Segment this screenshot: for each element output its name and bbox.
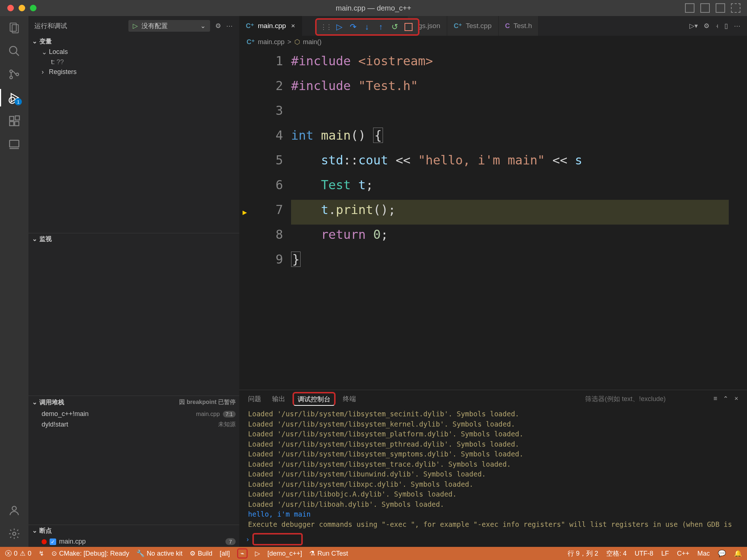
stack-frame[interactable]: demo_c++!mainmain.cpp7:1: [28, 409, 239, 419]
minimize-window-icon[interactable]: [19, 5, 25, 11]
restart-icon[interactable]: ↺: [389, 21, 400, 33]
maximize-window-icon[interactable]: [30, 5, 36, 11]
cpp-file-icon: C⁺: [246, 22, 254, 30]
status-bug-icon[interactable]: ⌁: [237, 548, 248, 559]
minimap[interactable]: [729, 48, 747, 390]
locals-group[interactable]: ⌄Locals: [28, 47, 239, 57]
status-kit[interactable]: 🔧 No active kit: [136, 549, 182, 557]
step-out-icon[interactable]: ↑: [375, 21, 387, 33]
status-target[interactable]: [all]: [220, 550, 230, 557]
debug-console-output[interactable]: Loaded '/usr/lib/system/libsystem_secini…: [239, 408, 747, 532]
debug-console-input[interactable]: ›: [239, 532, 747, 547]
tab-test-h[interactable]: CTest.h: [499, 16, 539, 36]
variable-row[interactable]: t: ??: [28, 57, 239, 67]
svg-point-2: [9, 46, 17, 54]
drag-handle-icon[interactable]: ⋮⋮: [320, 23, 331, 31]
close-icon[interactable]: ×: [734, 395, 738, 403]
status-ctest[interactable]: ⚗ Run CTest: [309, 549, 348, 557]
more-icon[interactable]: ⋯: [734, 22, 740, 30]
step-over-icon[interactable]: ↷: [347, 21, 359, 33]
h-file-icon: C: [505, 22, 510, 30]
debug-toolbar[interactable]: ⋮⋮ ▷ ↷ ↓ ↑ ↺: [315, 18, 419, 36]
continue-icon[interactable]: ▷: [333, 21, 345, 33]
chevron-down-icon: ⌄: [200, 22, 206, 30]
layout-icon[interactable]: [685, 3, 694, 13]
breakpoint-dot-icon: [42, 539, 47, 544]
svg-rect-9: [9, 116, 13, 120]
bell-icon[interactable]: 🔔: [734, 549, 742, 557]
layout-icon[interactable]: [731, 3, 740, 13]
settings-icon[interactable]: [8, 527, 21, 540]
status-launch[interactable]: [demo_c++]: [267, 550, 302, 557]
gear-icon[interactable]: ⚙: [704, 22, 709, 30]
status-eol[interactable]: LF: [661, 550, 669, 557]
layout-icon[interactable]: [700, 3, 710, 13]
status-launch-play[interactable]: ▷: [255, 549, 260, 557]
run-icon[interactable]: ▷▾: [689, 22, 698, 30]
split-icon[interactable]: ⫞: [715, 22, 719, 30]
cpp-file-icon: C⁺: [247, 38, 255, 46]
layout-icon[interactable]: ▯: [724, 22, 728, 30]
variables-section[interactable]: ⌄变量: [28, 36, 239, 47]
debug-icon[interactable]: 1: [8, 91, 21, 104]
list-icon[interactable]: ≡: [713, 395, 717, 403]
tab-test-cpp[interactable]: C⁺Test.cpp: [447, 16, 499, 36]
status-bar: ⓧ 0 ⚠ 0 ↯ ⊙ CMake: [Debug]: Ready 🔧 No a…: [0, 547, 747, 560]
code-editor[interactable]: ▶ 123456789 #include <iostream>#include …: [239, 48, 747, 390]
svg-point-4: [10, 70, 12, 73]
status-errors[interactable]: ⓧ 0 ⚠ 0: [5, 549, 31, 558]
stop-icon[interactable]: [403, 21, 414, 33]
stack-frame[interactable]: dyld!start未知源: [28, 419, 239, 430]
status-encoding[interactable]: UTF-8: [635, 550, 653, 557]
checkbox-icon[interactable]: ✓: [50, 538, 56, 545]
svg-rect-10: [9, 121, 13, 125]
svg-point-15: [12, 506, 16, 510]
tab-problems[interactable]: 问题: [248, 392, 261, 406]
debug-sidebar: 运行和调试 ▷ 没有配置 ⌄ ⚙ ⋯ ⌄变量 ⌄Locals t: ?? ›Re…: [28, 16, 239, 547]
debug-config-dropdown[interactable]: ▷ 没有配置 ⌄: [128, 20, 210, 32]
status-lang[interactable]: C++: [677, 550, 689, 557]
layout-icon[interactable]: [716, 3, 725, 13]
status-os[interactable]: Mac: [697, 550, 710, 557]
filter-input[interactable]: [584, 395, 695, 403]
tab-main-cpp[interactable]: C⁺main.cpp×: [239, 16, 302, 36]
svg-rect-13: [9, 140, 19, 147]
more-icon[interactable]: ⋯: [226, 22, 233, 30]
registers-group[interactable]: ›Registers: [28, 67, 239, 77]
run-debug-title: 运行和调试: [34, 22, 67, 30]
feedback-icon[interactable]: 💬: [718, 549, 726, 557]
chevron-up-icon[interactable]: ⌃: [723, 395, 728, 403]
svg-rect-12: [15, 116, 19, 120]
bottom-panel: 问题 输出 调试控制台 终端 ≡ ⌃ × Loaded '/usr/lib/sy…: [239, 390, 747, 547]
svg-rect-11: [15, 121, 19, 125]
status-build[interactable]: ⚙ Build: [190, 549, 212, 557]
svg-point-16: [13, 532, 16, 536]
status-port[interactable]: ↯: [39, 549, 44, 557]
search-icon[interactable]: [8, 44, 21, 58]
chevron-right-icon: ›: [247, 536, 249, 543]
tab-terminal[interactable]: 终端: [343, 392, 356, 406]
watch-section[interactable]: ⌄监视: [28, 233, 239, 245]
tab-debug-console[interactable]: 调试控制台: [293, 392, 336, 406]
breadcrumb[interactable]: C⁺ main.cpp > ⬡ main(): [239, 36, 747, 48]
close-icon[interactable]: ×: [291, 22, 295, 30]
explorer-icon[interactable]: [8, 21, 21, 34]
status-spaces[interactable]: 空格: 4: [606, 549, 627, 558]
breakpoint-item[interactable]: ✓ main.cpp 7: [28, 536, 239, 547]
source-control-icon[interactable]: [8, 68, 21, 81]
tab-output[interactable]: 输出: [272, 392, 285, 406]
remote-icon[interactable]: [8, 138, 21, 151]
breakpoints-section[interactable]: ⌄断点: [28, 525, 239, 536]
callstack-section[interactable]: ⌄调用堆栈因 breakpoint 已暂停: [28, 396, 239, 409]
titlebar: main.cpp — demo_c++: [0, 0, 747, 16]
status-cursor[interactable]: 行 9，列 2: [568, 549, 598, 558]
account-icon[interactable]: [8, 504, 21, 517]
svg-point-6: [16, 73, 19, 75]
close-window-icon[interactable]: [7, 5, 14, 11]
extensions-icon[interactable]: [8, 114, 21, 128]
step-into-icon[interactable]: ↓: [361, 21, 373, 33]
gear-icon[interactable]: ⚙: [215, 22, 221, 30]
svg-line-3: [16, 52, 19, 56]
cpp-file-icon: C⁺: [454, 22, 462, 30]
status-cmake[interactable]: ⊙ CMake: [Debug]: Ready: [51, 549, 129, 557]
